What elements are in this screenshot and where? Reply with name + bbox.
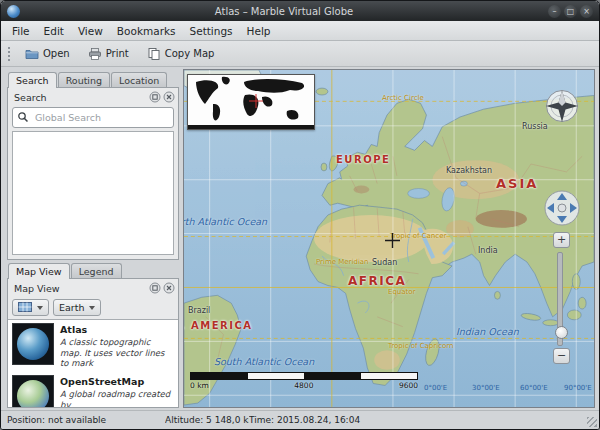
map-crosshair-icon: [385, 233, 400, 248]
landmass-srilanka: [494, 291, 500, 299]
landmass-borneo: [567, 310, 581, 320]
menu-settings[interactable]: Settings: [183, 23, 240, 39]
copy-map-button[interactable]: Copy Map: [139, 44, 223, 64]
overview-map[interactable]: [187, 74, 315, 130]
titlebar[interactable]: Atlas – Marble Virtual Globe – □ ×: [1, 1, 599, 21]
search-box[interactable]: [12, 107, 174, 128]
menu-help[interactable]: Help: [240, 23, 278, 39]
tab-legend[interactable]: Legend: [71, 263, 122, 278]
resize-grip[interactable]: [587, 417, 597, 427]
scale-bar: 0 km 4800 9600: [190, 372, 418, 390]
celestial-body-value: Earth: [59, 302, 84, 313]
osm-text: OpenStreetMap A global roadmap created b…: [60, 375, 174, 407]
landmass-iceland: [316, 88, 328, 95]
folder-icon: [25, 47, 39, 61]
landmass-sulawesi: [578, 297, 586, 309]
theme-description: A global roadmap created by: [60, 389, 174, 407]
toolbar-handle[interactable]: [7, 46, 11, 62]
sidebar: Search Routing Location Search Map View: [7, 69, 179, 408]
osm-globe-icon: [17, 380, 49, 407]
float-panel-icon[interactable]: [149, 91, 161, 103]
minimize-button[interactable]: –: [548, 5, 561, 18]
main-area: Search Routing Location Search Map View: [1, 67, 599, 410]
toolbar: Open Print Copy Map: [1, 41, 599, 67]
label-brazil: Brazil: [188, 306, 210, 315]
theme-name: Atlas: [60, 324, 174, 335]
map-view-controls: Earth: [8, 296, 178, 319]
map-view-panel-title: Map View: [14, 283, 147, 294]
menu-file[interactable]: File: [5, 23, 37, 39]
copy-map-label: Copy Map: [165, 48, 215, 59]
status-position: Position: not available: [7, 415, 165, 425]
menu-edit[interactable]: Edit: [37, 23, 71, 39]
tab-location[interactable]: Location: [111, 72, 167, 87]
zoom-slider-handle[interactable]: [555, 326, 568, 339]
label-south-america: S. AMERICA: [183, 320, 253, 331]
theme-name: OpenStreetMap: [60, 376, 174, 387]
label-prime-meridian: Prime Meridian: [316, 258, 369, 266]
printer-icon: [88, 47, 102, 61]
scale-zero: 0 km: [190, 381, 209, 390]
tab-routing[interactable]: Routing: [58, 72, 110, 87]
zoom-in-button[interactable]: +: [553, 232, 570, 248]
label-tropic-of-capricorn: Tropic of Capricorn: [388, 342, 453, 350]
copy-icon: [147, 47, 161, 61]
projection-icon: [18, 302, 32, 314]
celestial-body-combo[interactable]: Earth: [53, 299, 101, 316]
label-equator: Equator: [388, 288, 416, 296]
search-panel-header: Search: [8, 88, 178, 105]
label-arctic-circle: Arctic Circle: [382, 94, 424, 102]
menubar: File Edit View Bookmarks Settings Help: [1, 21, 599, 41]
status-time: Time: 2015.08.24, 16:04: [249, 415, 593, 425]
bottom-tabbar: Map View Legend: [7, 260, 179, 278]
open-label: Open: [43, 48, 70, 59]
pan-control[interactable]: [542, 188, 582, 228]
statusbar: Position: not available Altitude: 5 148,…: [1, 410, 599, 429]
menu-bookmarks[interactable]: Bookmarks: [110, 23, 183, 39]
search-input[interactable]: [33, 111, 169, 124]
tab-search[interactable]: Search: [8, 72, 57, 88]
top-tabbar: Search Routing Location: [7, 69, 179, 87]
search-panel-title: Search: [14, 92, 147, 103]
scale-mid: 4800: [294, 381, 313, 390]
atlas-thumbnail: [12, 323, 54, 365]
scale-end: 9600: [399, 381, 418, 390]
label-sudan: Sudan: [372, 258, 397, 267]
tab-map-view[interactable]: Map View: [8, 263, 70, 279]
print-button[interactable]: Print: [80, 44, 137, 64]
atlas-text: Atlas A classic topographic map. It uses…: [60, 323, 174, 369]
search-results-list[interactable]: [12, 131, 174, 255]
coord-label-30e: 30°00'E: [472, 384, 500, 392]
open-button[interactable]: Open: [17, 44, 78, 64]
projection-combo[interactable]: [12, 299, 49, 316]
close-button[interactable]: ×: [580, 5, 593, 18]
scale-bar-ruler: [190, 372, 418, 380]
coord-label-60e: 60°00'E: [520, 384, 548, 392]
theme-item-openstreetmap[interactable]: OpenStreetMap A global roadmap created b…: [8, 372, 178, 407]
compass-icon[interactable]: [542, 86, 582, 126]
maximize-button[interactable]: □: [564, 5, 577, 18]
map-theme-list: Atlas A classic topographic map. It uses…: [8, 319, 178, 407]
map-view-panel-header: Map View: [8, 279, 178, 296]
status-altitude: Altitude: 5 148,0 km: [165, 415, 249, 425]
close-panel-icon[interactable]: [163, 91, 175, 103]
landmass-ireland: [321, 163, 327, 171]
menu-view[interactable]: View: [71, 23, 110, 39]
close-panel-icon[interactable]: [163, 282, 175, 294]
label-asia: ASIA: [496, 176, 538, 191]
float-panel-icon[interactable]: [149, 282, 161, 294]
label-africa: AFRICA: [348, 274, 406, 288]
label-indian-ocean: Indian Ocean: [456, 326, 519, 337]
print-label: Print: [106, 48, 129, 59]
label-kazakhstan: Kazakhstan: [446, 166, 492, 175]
zoom-out-button[interactable]: −: [553, 348, 570, 364]
search-icon: [17, 108, 29, 127]
map-canvas[interactable]: Arctic Circle Russia EUROPE Kazakhstan A…: [183, 69, 595, 408]
theme-description: A classic topographic map. It uses vecto…: [60, 337, 174, 369]
home-button[interactable]: [558, 204, 566, 212]
map-view-panel: Map View Earth: [7, 278, 179, 408]
label-india: India: [478, 246, 498, 255]
atlas-globe-icon: [17, 328, 49, 360]
theme-item-atlas[interactable]: Atlas A classic topographic map. It uses…: [8, 320, 178, 372]
window-controls: – □ ×: [548, 5, 593, 18]
